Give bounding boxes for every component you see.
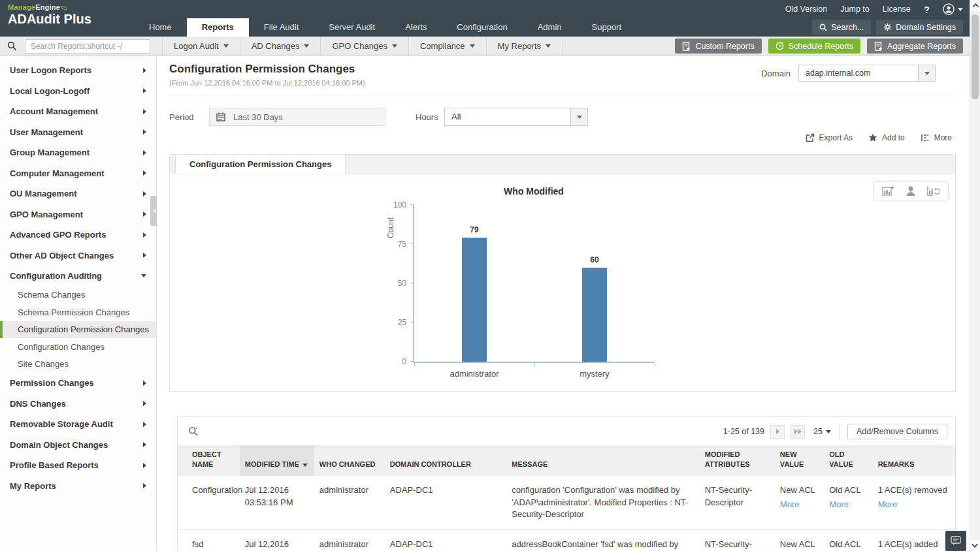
sidebar-item-schema-changes[interactable]: Schema Changes bbox=[0, 287, 156, 304]
sidebar-item-user-management[interactable]: User Management bbox=[0, 122, 156, 143]
button-label: Custom Reports bbox=[695, 42, 754, 51]
nav-tab-alerts[interactable]: Alerts bbox=[390, 18, 442, 37]
custom-reports-button[interactable]: Custom Reports bbox=[675, 39, 761, 54]
header-buttons: Search... Domain Settings bbox=[812, 20, 963, 35]
x-axis-tick bbox=[414, 363, 415, 366]
more-link[interactable]: More bbox=[829, 499, 849, 511]
nav-tab-file-audit[interactable]: File Audit bbox=[249, 18, 314, 37]
page-size-select[interactable]: 25 bbox=[813, 427, 831, 436]
page-scrollbar[interactable] bbox=[970, 0, 980, 551]
sidebar-item-configuration-permission-changes[interactable]: Configuration Permission Changes bbox=[0, 321, 156, 339]
add-to-button[interactable]: Add to bbox=[868, 133, 905, 142]
tab-configuration-permission-changes[interactable]: Configuration Permission Changes bbox=[175, 155, 346, 174]
sidebar-item-removable-storage-audit[interactable]: Removable Storage Audit bbox=[0, 414, 156, 435]
chevron-right-icon bbox=[143, 381, 146, 386]
menu-logon-audit[interactable]: Logon Audit bbox=[162, 37, 240, 55]
column-header-message[interactable]: Message bbox=[506, 445, 699, 476]
nav-tab-server-audit[interactable]: Server Audit bbox=[314, 18, 390, 37]
app-logo[interactable]: ManageEngine ADAudit Plus bbox=[8, 3, 91, 27]
nav-tab-reports[interactable]: Reports bbox=[187, 18, 249, 37]
column-header-who-changed[interactable]: Who Changed bbox=[314, 445, 385, 476]
last-page-button[interactable] bbox=[791, 425, 805, 439]
period-picker[interactable]: Last 30 Days bbox=[209, 108, 385, 126]
export-as-button[interactable]: Export As bbox=[806, 133, 853, 142]
scrollbar-thumb[interactable] bbox=[972, 14, 979, 99]
chevron-down-icon bbox=[972, 541, 978, 548]
help-icon[interactable]: ? bbox=[924, 4, 930, 15]
next-page-button[interactable] bbox=[770, 425, 785, 439]
sidebar-item-computer-management[interactable]: Computer Management bbox=[0, 163, 156, 184]
user-menu[interactable] bbox=[943, 3, 963, 15]
sidebar-item-schema-permission-changes[interactable]: Schema Permission Changes bbox=[0, 304, 156, 321]
report-date-range: (From Jun 12,2016 04:16:00 PM to Jul 12,… bbox=[169, 79, 365, 87]
sidebar-item-group-management[interactable]: Group Management bbox=[0, 142, 156, 163]
manageengine-logo: ManageEngine bbox=[8, 3, 91, 11]
add-remove-columns-button[interactable]: Add/Remove Columns bbox=[847, 424, 947, 439]
sidebar-item-advanced-gpo-reports[interactable]: Advanced GPO Reports bbox=[0, 225, 156, 245]
domain-select-arrow[interactable] bbox=[918, 65, 935, 81]
hours-select[interactable]: All bbox=[444, 108, 588, 126]
more-link[interactable]: More bbox=[878, 499, 898, 511]
sidebar-item-account-management[interactable]: Account Management bbox=[0, 101, 156, 122]
nav-tab-configuration[interactable]: Configuration bbox=[442, 18, 522, 37]
top-link-license[interactable]: License bbox=[883, 5, 911, 14]
column-header-remarks[interactable]: Remarks bbox=[873, 445, 955, 476]
hours-select-arrow[interactable] bbox=[570, 108, 587, 125]
sidebar-item-domain-object-changes[interactable]: Domain Object Changes bbox=[0, 435, 156, 456]
sidebar-item-permission-changes[interactable]: Permission Changes bbox=[0, 373, 156, 394]
column-header-modified-attributes[interactable]: Modified Attributes bbox=[700, 445, 775, 476]
menu-compliance[interactable]: Compliance bbox=[409, 37, 487, 55]
sidebar-item-user-logon-reports[interactable]: User Logon Reports bbox=[0, 60, 156, 81]
top-link-jump-to[interactable]: Jump to bbox=[840, 5, 869, 14]
menu-label: Logon Audit bbox=[174, 37, 219, 55]
sidebar-item-label: Schema Permission Changes bbox=[18, 307, 129, 317]
schedule-reports-button[interactable]: Schedule Reports bbox=[768, 39, 860, 54]
nav-tab-home[interactable]: Home bbox=[134, 18, 187, 37]
top-header-bar: ManageEngine ADAudit Plus Old VersionJum… bbox=[0, 0, 980, 37]
report-search-input[interactable] bbox=[25, 39, 150, 54]
chevron-right-icon bbox=[143, 109, 146, 114]
sidebar-item-profile-based-reports[interactable]: Profile Based Reports bbox=[0, 455, 156, 476]
domain-select[interactable]: adap.internal.com bbox=[798, 65, 936, 82]
scroll-down-button[interactable] bbox=[970, 540, 980, 551]
column-header-label: Who Changed bbox=[319, 460, 376, 468]
scroll-up-button[interactable] bbox=[970, 0, 980, 11]
menu-gpo-changes[interactable]: GPO Changes bbox=[321, 37, 409, 55]
sidebar-item-ou-management[interactable]: OU Management bbox=[0, 183, 156, 204]
sidebar-item-label: Configuration Changes bbox=[18, 342, 105, 352]
sidebar-item-configuration-auditing[interactable]: Configuration Auditing bbox=[0, 266, 156, 287]
chart-refresh-icon[interactable] bbox=[927, 185, 939, 197]
domain-settings-button[interactable]: Domain Settings bbox=[876, 20, 963, 35]
menu-my-reports[interactable]: My Reports bbox=[487, 37, 563, 55]
more-button[interactable]: More bbox=[921, 133, 952, 142]
sidebar-item-local-logon-logoff[interactable]: Local Logon-Logoff bbox=[0, 81, 156, 102]
column-header-object-name[interactable]: Object Name bbox=[178, 445, 240, 476]
top-link-old-version[interactable]: Old Version bbox=[785, 5, 828, 14]
nav-tab-admin[interactable]: Admin bbox=[523, 18, 577, 37]
chart-user-icon[interactable] bbox=[906, 185, 916, 197]
column-header-modified-time[interactable]: Modified Time bbox=[240, 445, 314, 476]
column-header-new-value[interactable]: New Value bbox=[775, 445, 824, 476]
sidebar-item-configuration-changes[interactable]: Configuration Changes bbox=[0, 338, 156, 356]
results-table-panel: 1-25 of 139 25 Add/Remove Columns Object… bbox=[177, 416, 956, 551]
bar-administrator[interactable] bbox=[462, 238, 487, 362]
sidebar-item-other-ad-object-changes[interactable]: Other AD Object Changes bbox=[0, 245, 156, 266]
sidebar-item-gpo-management[interactable]: GPO Management bbox=[0, 204, 156, 225]
more-link[interactable]: More bbox=[780, 499, 800, 511]
sidebar-item-dns-changes[interactable]: DNS Changes bbox=[0, 394, 156, 415]
chart-add-icon[interactable] bbox=[882, 185, 894, 197]
nav-tab-support[interactable]: Support bbox=[577, 18, 637, 37]
bar-mystery[interactable] bbox=[582, 268, 607, 362]
sidebar-item-site-changes[interactable]: Site Changes bbox=[0, 356, 156, 373]
chevron-right-icon bbox=[143, 253, 146, 258]
column-header-old-value[interactable]: Old Value bbox=[824, 445, 872, 476]
chart-panel: Who Modified Count 025507510079administr… bbox=[169, 174, 956, 392]
chat-feedback-button[interactable] bbox=[945, 531, 966, 551]
table-search-icon[interactable] bbox=[188, 426, 199, 437]
cell-remarks-text: 1 ACE(s) removed bbox=[878, 484, 950, 497]
aggregate-reports-button[interactable]: Aggregate Reports bbox=[867, 39, 963, 54]
sidebar-item-my-reports[interactable]: My Reports bbox=[0, 476, 156, 497]
global-search-button[interactable]: Search... bbox=[812, 20, 871, 35]
menu-ad-changes[interactable]: AD Changes bbox=[240, 37, 321, 55]
column-header-domain-controller[interactable]: Domain Controller bbox=[385, 445, 506, 476]
